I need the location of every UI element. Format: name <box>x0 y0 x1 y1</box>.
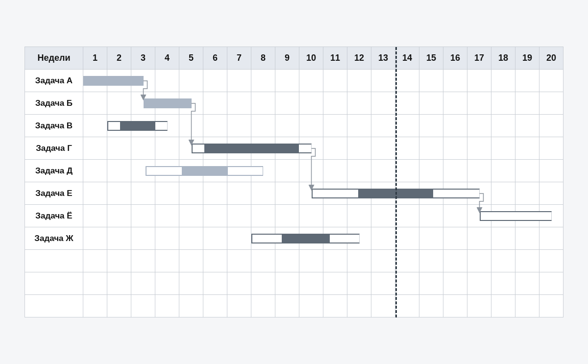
week-header-19: 19 <box>515 47 539 69</box>
week-header-10: 10 <box>299 47 323 69</box>
week-header-6: 6 <box>203 47 227 69</box>
week-header-7: 7 <box>227 47 251 69</box>
week-header-17: 17 <box>467 47 491 69</box>
gantt-header-row: Недели 1234567891011121314151617181920 <box>24 47 564 70</box>
task-bar <box>312 189 480 198</box>
task-row-6: Задача Ё <box>24 205 564 227</box>
task-label: Задача Ё <box>24 205 83 227</box>
task-progress <box>358 190 433 197</box>
header-label-cell: Недели <box>24 47 83 69</box>
gantt-chart: Недели 1234567891011121314151617181920 З… <box>24 47 564 317</box>
task-row-5: Задача Е <box>24 182 564 205</box>
task-row-7: Задача Ж <box>24 227 564 250</box>
task-label: Задача Д <box>24 160 83 182</box>
task-row-2: Задача В <box>24 115 564 137</box>
task-label: Задача В <box>24 115 83 137</box>
task-row-4: Задача Д <box>24 160 564 182</box>
week-header-9: 9 <box>275 47 299 69</box>
task-label: Задача А <box>24 70 83 92</box>
week-header-15: 15 <box>419 47 443 69</box>
task-bar <box>251 234 360 243</box>
task-row-1: Задача Б <box>24 92 564 115</box>
week-header-8: 8 <box>251 47 275 69</box>
task-bar <box>192 144 312 153</box>
week-header-5: 5 <box>179 47 203 69</box>
week-header-3: 3 <box>131 47 155 69</box>
task-bar <box>480 211 552 221</box>
week-header-18: 18 <box>491 47 515 69</box>
task-progress <box>120 122 155 130</box>
task-row-3: Задача Г <box>24 137 564 160</box>
task-label: Задача Г <box>24 137 83 159</box>
week-header-11: 11 <box>323 47 347 69</box>
week-header-14: 14 <box>395 47 419 69</box>
task-progress <box>282 235 330 243</box>
task-progress <box>182 167 228 175</box>
task-bar <box>146 166 263 176</box>
task-progress <box>84 77 143 85</box>
task-label: Задача Б <box>24 92 83 114</box>
week-header-4: 4 <box>155 47 179 69</box>
task-label: Задача Е <box>24 182 83 204</box>
week-header-2: 2 <box>107 47 131 69</box>
task-progress <box>145 99 191 107</box>
week-header-1: 1 <box>83 47 107 69</box>
task-label: Задача Ж <box>24 227 83 249</box>
task-bar <box>144 98 192 108</box>
task-row-0: Задача А <box>24 70 564 92</box>
week-header-20: 20 <box>539 47 564 69</box>
week-header-12: 12 <box>347 47 371 69</box>
task-bar <box>83 76 144 86</box>
week-header-13: 13 <box>371 47 395 69</box>
task-progress <box>204 145 299 152</box>
task-bar <box>107 121 168 131</box>
week-header-16: 16 <box>443 47 467 69</box>
